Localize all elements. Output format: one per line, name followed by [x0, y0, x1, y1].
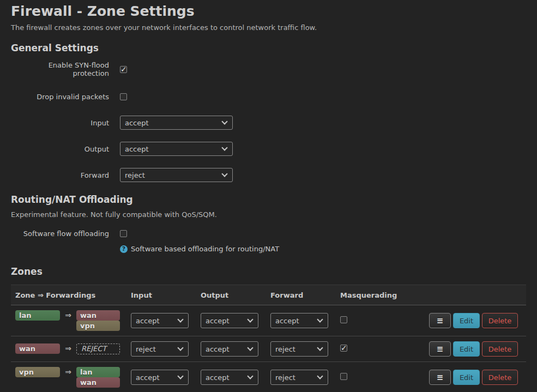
- zone-forward-select[interactable]: reject: [270, 341, 328, 357]
- forward-policy-select-wrap: reject: [120, 168, 233, 182]
- forward-cell: reject: [270, 341, 340, 357]
- forward-arrow-icon: ⇒: [60, 310, 76, 321]
- zone-badge-wan: wan: [15, 343, 60, 354]
- column-header-masquerading: Masquerading: [340, 291, 423, 299]
- menu-button[interactable]: ≡: [429, 313, 451, 328]
- drop-invalid-row: Drop invalid packets: [11, 89, 526, 104]
- zones-table-header: Zone ⇒ Forwardings Input Output Forward …: [11, 285, 526, 305]
- field-label: Drop invalid packets: [11, 93, 109, 101]
- zone-forwardings-cell: wan ⇒ REJECT: [15, 343, 131, 354]
- edit-button[interactable]: Edit: [453, 341, 480, 357]
- output-cell: accept: [201, 341, 270, 357]
- offloading-heading: Routing/NAT Offloading: [11, 194, 526, 205]
- delete-button[interactable]: Delete: [482, 313, 518, 328]
- field-label: Input: [11, 119, 109, 127]
- column-header-zone-forwardings: Zone ⇒ Forwardings: [15, 291, 131, 299]
- zone-input-select[interactable]: reject: [131, 341, 189, 357]
- actions-cell: ≡ Edit Delete: [423, 341, 526, 357]
- zone-output-select[interactable]: accept: [201, 341, 258, 357]
- zone-output-select[interactable]: accept: [201, 313, 258, 328]
- masquerading-cell: [340, 373, 423, 382]
- forward-policy-select[interactable]: reject: [120, 168, 233, 182]
- input-cell: reject: [131, 341, 201, 357]
- forward-cell: accept: [270, 313, 340, 328]
- actions-cell: ≡ Edit Delete: [423, 370, 526, 385]
- output-cell: accept: [201, 313, 270, 328]
- zone-row-vpn: vpn ⇒ lan wan accept accept reject ≡: [11, 362, 526, 392]
- column-header-output: Output: [201, 291, 270, 299]
- drop-invalid-checkbox[interactable]: [120, 93, 127, 100]
- delete-button[interactable]: Delete: [482, 341, 518, 357]
- zone-forward-select[interactable]: reject: [270, 370, 328, 385]
- forwarding-badge-wan: wan: [76, 310, 120, 321]
- edit-button[interactable]: Edit: [453, 370, 480, 385]
- flow-offloading-row: Software flow offloading: [11, 226, 526, 240]
- zones-table: Zone ⇒ Forwardings Input Output Forward …: [11, 285, 526, 392]
- page-title: Firewall - Zone Settings: [11, 3, 526, 19]
- forwardings-stack: wan vpn: [76, 310, 120, 331]
- forwarding-badge-wan: wan: [76, 377, 120, 388]
- menu-button[interactable]: ≡: [429, 370, 451, 385]
- edit-button[interactable]: Edit: [453, 313, 480, 328]
- delete-button[interactable]: Delete: [482, 370, 518, 385]
- zone-forwardings-cell: vpn ⇒ lan wan: [15, 367, 131, 388]
- output-policy-select-wrap: accept: [120, 142, 233, 156]
- output-cell: accept: [201, 370, 270, 385]
- general-settings-heading: General Settings: [11, 43, 526, 53]
- input-policy-row: Input accept: [11, 116, 526, 130]
- zone-forward-select[interactable]: accept: [270, 313, 328, 328]
- masquerading-checkbox[interactable]: [340, 345, 347, 352]
- output-policy-select[interactable]: accept: [120, 142, 233, 156]
- masquerading-cell: [340, 316, 423, 325]
- forward-cell: reject: [270, 370, 340, 385]
- forward-arrow-icon: ⇒: [60, 367, 76, 377]
- offloading-subtitle: Experimental feature. Not fully compatib…: [11, 210, 526, 219]
- field-label: Output: [11, 145, 109, 153]
- question-mark-icon: ?: [120, 245, 128, 253]
- flow-offloading-checkbox[interactable]: [120, 230, 127, 237]
- field-label: Enable SYN-flood protection: [11, 61, 109, 77]
- input-cell: accept: [131, 370, 201, 385]
- field-label: Forward: [11, 171, 109, 179]
- zones-heading: Zones: [11, 266, 526, 277]
- forwarding-badge-vpn: vpn: [76, 321, 120, 331]
- zone-row-lan: lan ⇒ wan vpn accept accept accept ≡: [11, 305, 526, 336]
- forwarding-badge-lan: lan: [76, 367, 120, 377]
- output-policy-row: Output accept: [11, 142, 526, 156]
- input-policy-select-wrap: accept: [120, 116, 233, 130]
- forwardings-stack: lan wan: [76, 367, 120, 388]
- forward-policy-row: Forward reject: [11, 168, 526, 182]
- masquerading-checkbox[interactable]: [340, 316, 347, 323]
- input-cell: accept: [131, 313, 201, 328]
- reject-badge: REJECT: [76, 343, 120, 354]
- column-header-input: Input: [131, 291, 201, 299]
- masquerading-checkbox[interactable]: [340, 373, 347, 380]
- menu-button[interactable]: ≡: [429, 341, 451, 357]
- zone-input-select[interactable]: accept: [131, 370, 189, 385]
- zone-badge-vpn: vpn: [15, 367, 60, 377]
- column-header-forward: Forward: [270, 291, 340, 299]
- actions-cell: ≡ Edit Delete: [423, 313, 526, 328]
- input-policy-select[interactable]: accept: [120, 116, 233, 130]
- field-label: Software flow offloading: [11, 230, 109, 238]
- zone-output-select[interactable]: accept: [201, 370, 258, 385]
- zone-row-wan: wan ⇒ REJECT reject accept reject ≡ Edit…: [11, 336, 526, 362]
- zone-forwardings-cell: lan ⇒ wan vpn: [15, 310, 131, 331]
- flow-offloading-help: ? Software based offloading for routing/…: [120, 245, 526, 253]
- page-subtitle: The firewall creates zones over your net…: [11, 23, 526, 32]
- page-container: Firewall - Zone Settings The firewall cr…: [0, 0, 537, 392]
- zone-badge-lan: lan: [15, 310, 60, 321]
- zone-input-select[interactable]: accept: [131, 313, 189, 328]
- forward-arrow-icon: ⇒: [60, 343, 76, 354]
- syn-flood-row: Enable SYN-flood protection: [11, 61, 526, 77]
- masquerading-cell: [340, 345, 423, 353]
- syn-flood-checkbox[interactable]: [120, 66, 127, 73]
- help-text: Software based offloading for routing/NA…: [131, 245, 279, 253]
